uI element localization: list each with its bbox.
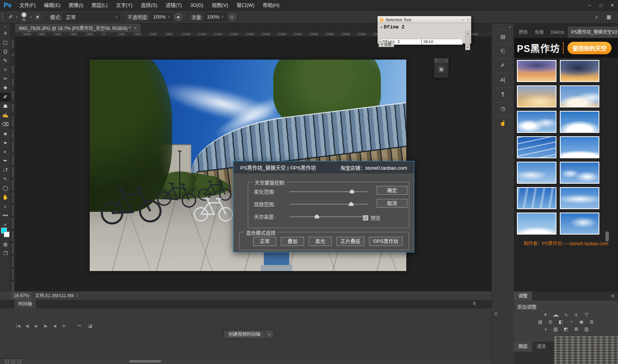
- flow-select[interactable]: 100% ∨: [204, 13, 227, 21]
- brush-panel-toggle-icon[interactable]: ▼: [34, 13, 41, 21]
- scroll-up-icon[interactable]: ▲: [466, 31, 470, 36]
- adjustment-icon[interactable]: ▨: [552, 326, 559, 332]
- panel-tab[interactable]: 色板: [531, 27, 547, 38]
- status-chevron-icon[interactable]: 〉: [76, 292, 81, 300]
- blend-mode-button[interactable]: 叠加: [281, 237, 304, 246]
- panel-tab[interactable]: 通道: [532, 342, 550, 351]
- frame-size-toggle-icon[interactable]: [11, 360, 15, 363]
- sky-thumbnail[interactable]: [517, 136, 556, 158]
- transport-button[interactable]: ▶: [33, 323, 40, 329]
- adjustment-icon[interactable]: ⊠: [572, 326, 580, 332]
- slider-track[interactable]: [290, 204, 368, 205]
- collapsed-panel-icon[interactable]: ¶: [495, 87, 510, 101]
- workspace-switcher-icon[interactable]: ▦: [605, 14, 613, 20]
- adjustment-icon[interactable]: ±: [572, 312, 580, 318]
- menu-item[interactable]: 编辑(E): [40, 0, 65, 11]
- selective-tool-titlebar[interactable]: Selective Tool – ×: [378, 16, 471, 23]
- ok-button[interactable]: 确定: [377, 186, 407, 195]
- transport-button[interactable]: ◀|: [24, 323, 31, 329]
- collapsed-panel-icon[interactable]: ☝: [495, 116, 510, 130]
- transport-button[interactable]: ◀: [51, 323, 59, 329]
- tool-button[interactable]: ✒: [0, 156, 11, 165]
- tool-button[interactable]: ✚: [0, 84, 11, 93]
- airbrush-icon[interactable]: ◎: [229, 14, 236, 20]
- transport-button[interactable]: |◀: [14, 323, 22, 329]
- blend-mode-button[interactable]: ©PS黑作坊: [369, 237, 402, 246]
- scrollbar[interactable]: ▲ ▼: [465, 31, 470, 50]
- tool-button[interactable]: ⌕: [0, 202, 11, 211]
- panel-tab[interactable]: 图层: [514, 342, 532, 351]
- adjustments-tab[interactable]: 调整: [514, 292, 532, 301]
- adjustment-icon[interactable]: ◩: [562, 326, 570, 332]
- slider-thumb[interactable]: [315, 214, 319, 219]
- menu-item[interactable]: 3D(D): [186, 0, 208, 11]
- chevron-down-icon[interactable]: ∨: [265, 330, 274, 339]
- adjustment-icon[interactable]: ◑: [542, 326, 549, 332]
- close-icon[interactable]: ×: [467, 17, 469, 22]
- blend-mode-button[interactable]: 正常: [253, 237, 276, 246]
- tool-button[interactable]: ✍: [0, 111, 11, 120]
- sky-thumbnail[interactable]: [517, 60, 556, 82]
- menu-item[interactable]: 文字(Y): [112, 0, 136, 11]
- tool-button[interactable]: ☗: [0, 102, 11, 111]
- dialog-titlebar[interactable]: PS黑作坊_替换天空 | ©PS黑作坊 淘宝店铺：stone0.taobao.c…: [233, 161, 414, 173]
- adjustment-icon[interactable]: ▤: [537, 319, 544, 325]
- tool-button[interactable]: ◯: [0, 184, 11, 193]
- frame-size-toggle-icon[interactable]: [5, 360, 9, 363]
- sky-thumbnail[interactable]: [560, 85, 599, 107]
- tool-button[interactable]: ✎: [0, 56, 11, 65]
- adjustment-icon[interactable]: ◧: [557, 319, 565, 325]
- collapsed-panel-icon[interactable]: A|: [495, 73, 510, 87]
- panel-tab[interactable]: PS黑作坊_替换天空V2: [568, 27, 618, 38]
- close-icon[interactable]: ×: [445, 59, 447, 62]
- panel-menu-icon[interactable]: ≣: [494, 311, 498, 316]
- transport-button[interactable]: ⚙: [60, 323, 68, 329]
- collapsed-panel-icon[interactable]: ✐: [495, 58, 510, 72]
- sky-thumbnail[interactable]: [517, 187, 556, 209]
- settings-button[interactable]: ≡ 设置: [379, 41, 394, 47]
- blend-mode-button[interactable]: 柔光: [309, 237, 332, 246]
- menu-item[interactable]: 图像(I): [65, 0, 87, 11]
- sky-thumbnail[interactable]: [560, 162, 599, 184]
- window-control-button[interactable]: ✕: [607, 0, 618, 11]
- sky-thumbnail[interactable]: [560, 111, 599, 133]
- tool-button[interactable]: ⌗: [0, 65, 11, 74]
- adjustment-icon[interactable]: ◉: [578, 319, 585, 325]
- tool-preset-picker[interactable]: ✐ ∨: [5, 14, 20, 20]
- sky-thumbnail[interactable]: [560, 60, 599, 82]
- sky-thumbnail[interactable]: [560, 213, 599, 235]
- tool-button[interactable]: ▢: [0, 38, 11, 47]
- slider-thumb[interactable]: [349, 202, 353, 206]
- adjustment-icon[interactable]: ☀: [542, 312, 549, 318]
- preview-checkbox[interactable]: ✓: [363, 215, 368, 221]
- menu-item[interactable]: 视图(V): [208, 0, 232, 11]
- cancel-button[interactable]: 取消: [377, 199, 407, 208]
- opacity-select[interactable]: 100% ∨: [151, 13, 173, 21]
- tool-button[interactable]: ◈: [0, 129, 11, 138]
- sky-thumbnail[interactable]: [517, 85, 556, 107]
- panel-tab[interactable]: 颜色: [515, 27, 531, 38]
- timeline-tab[interactable]: 时间轴: [14, 300, 36, 308]
- filter-cell[interactable]: Skin: [422, 39, 463, 45]
- slider-track[interactable]: [290, 191, 368, 192]
- minimize-icon[interactable]: –: [462, 17, 464, 22]
- adjustment-icon[interactable]: ▥: [583, 326, 590, 332]
- menu-item[interactable]: 窗口(W): [232, 0, 258, 11]
- menu-item[interactable]: 文件(F): [15, 0, 40, 11]
- collapse-panels-icon[interactable]: «: [492, 24, 514, 29]
- expand-chevrons-icon[interactable]: »: [435, 59, 437, 62]
- close-icon[interactable]: ×: [134, 25, 137, 31]
- timeline-edit-button[interactable]: ◪: [86, 322, 94, 329]
- menu-item[interactable]: 帮助(H): [258, 0, 284, 11]
- swap-colors-icon[interactable]: ⇄: [0, 222, 10, 227]
- tool-button[interactable]: ✛: [0, 29, 11, 38]
- menu-item[interactable]: 图层(L): [87, 0, 112, 11]
- brush-preset-picker[interactable]: 32: [20, 12, 28, 22]
- tool-button[interactable]: ↓T: [0, 165, 11, 175]
- document-tab[interactable]: IMG_7826.JPG @ 16.7% (PS黑作坊_天空08, RGB/8)…: [15, 24, 141, 32]
- frame-size-toggle-icon[interactable]: [17, 360, 21, 363]
- panel-menu-icon[interactable]: ≣: [472, 301, 476, 306]
- background-color-swatch[interactable]: [4, 232, 10, 237]
- collapsed-panel-icon[interactable]: ⎗: [495, 44, 510, 58]
- zoom-level-field[interactable]: 16.67%: [11, 292, 32, 300]
